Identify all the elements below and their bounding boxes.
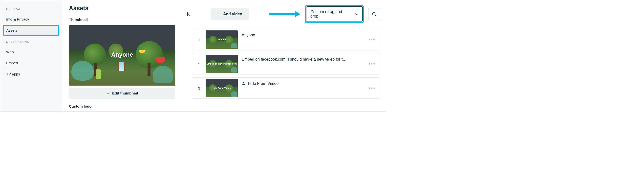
- sort-dropdown-highlight: Custom (drag and drop): [305, 5, 364, 23]
- video-more-button[interactable]: •••: [369, 61, 376, 67]
- video-title: Hide From Vimeo: [242, 79, 365, 86]
- annotation-arrow: [268, 10, 300, 18]
- video-more-button[interactable]: •••: [369, 37, 376, 43]
- add-video-button[interactable]: Add video: [211, 9, 248, 20]
- add-video-label: Add video: [223, 12, 242, 16]
- thumbnail-title-overlay: Anyone: [111, 51, 133, 58]
- plus-icon: [217, 12, 221, 16]
- sort-dropdown-value: Custom (drag and drop): [310, 10, 351, 19]
- thumbnail-preview[interactable]: Anyone: [69, 25, 175, 86]
- toolbar: Add video Custom (drag and drop): [185, 5, 380, 23]
- sidebar: GENERAL Info & Privacy Assets DESTINATIO…: [0, 0, 62, 111]
- sidebar-item-web[interactable]: Web: [3, 46, 59, 57]
- svg-marker-5: [295, 11, 300, 17]
- chevron-down-icon: [106, 92, 110, 95]
- video-row-number: 3: [197, 86, 202, 90]
- search-button[interactable]: [368, 8, 380, 20]
- sidebar-section-destinations: DESTINATIONS: [3, 38, 59, 46]
- video-list-panel: Add video Custom (drag and drop): [178, 0, 386, 111]
- more-horizontal-icon: •••: [369, 85, 376, 91]
- custom-logo-heading: Custom logo: [69, 104, 171, 108]
- page-title: Assets: [69, 5, 171, 12]
- video-title: Embed on facebook.com (I should make a n…: [242, 55, 365, 62]
- video-thumbnail[interactable]: Embed on player.vimeo.com: [206, 55, 238, 73]
- lock-icon: [242, 82, 246, 86]
- collapse-left-icon: [186, 11, 192, 17]
- svg-rect-8: [242, 83, 245, 85]
- video-row[interactable]: 2 Embed on player.vimeo.com Embed on fac…: [192, 53, 380, 74]
- sidebar-item-tv-apps[interactable]: TV apps: [3, 69, 59, 80]
- thumbnail-heading: Thumbnail: [69, 18, 171, 22]
- sidebar-item-assets[interactable]: Assets: [3, 25, 59, 36]
- edit-thumbnail-label: Edit thumbnail: [112, 91, 138, 95]
- chevron-down-icon: [354, 12, 358, 16]
- svg-line-7: [375, 15, 376, 16]
- video-more-button[interactable]: •••: [369, 85, 376, 91]
- video-list: 1 Anyone Anyone ••• 2 Embed on player.vi…: [185, 29, 380, 99]
- search-icon: [372, 12, 376, 17]
- sidebar-item-embed[interactable]: Embed: [3, 57, 59, 69]
- video-thumbnail[interactable]: Anyone: [206, 31, 238, 49]
- video-row[interactable]: 3 Hide From Vimeo Hide From Vimeo •••: [192, 77, 380, 99]
- sort-dropdown[interactable]: Custom (drag and drop): [306, 7, 362, 22]
- video-row-number: 2: [197, 62, 202, 66]
- video-title: Anyone: [242, 31, 365, 37]
- sidebar-item-info-privacy[interactable]: Info & Privacy: [3, 14, 59, 25]
- more-horizontal-icon: •••: [369, 61, 376, 67]
- sidebar-section-general: GENERAL: [3, 5, 59, 14]
- more-horizontal-icon: •••: [369, 37, 376, 42]
- video-thumbnail[interactable]: Hide From Vimeo: [206, 79, 238, 97]
- edit-thumbnail-button[interactable]: Edit thumbnail: [69, 88, 175, 99]
- video-row-number: 1: [197, 38, 202, 42]
- video-row[interactable]: 1 Anyone Anyone •••: [192, 29, 380, 50]
- assets-panel: Assets Thumbnail Anyone Edit thumbnail C…: [62, 0, 178, 111]
- collapse-panel-button[interactable]: [185, 10, 194, 18]
- svg-point-6: [372, 12, 375, 15]
